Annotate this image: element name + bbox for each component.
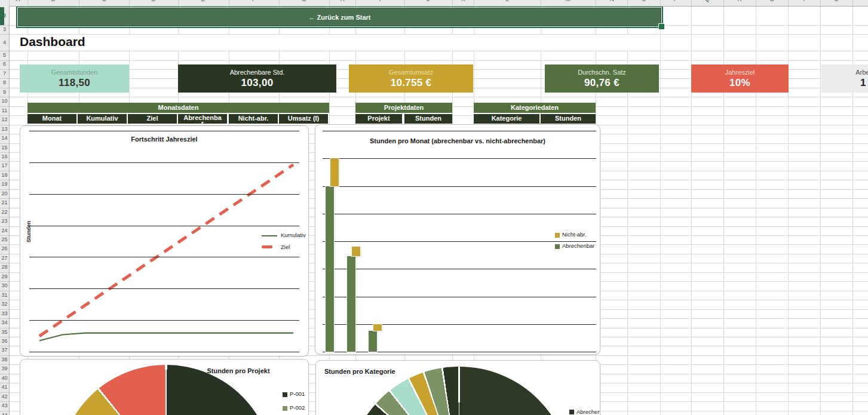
row-header-separator <box>0 374 9 374</box>
row-header-22[interactable]: 22 <box>0 208 9 217</box>
row-header-35[interactable]: 35 <box>0 328 9 337</box>
legend-label-abrechenbar: Abrechenbar <box>562 242 594 249</box>
column-header-D[interactable]: D <box>151 0 155 2</box>
back-to-start-button[interactable]: ← Zurück zum Start <box>18 8 661 26</box>
row-header-4[interactable]: 4 <box>0 34 9 51</box>
column-header-separator <box>9 0 10 6</box>
column-header-K[interactable]: K <box>461 0 465 2</box>
kpi-card-5[interactable]: Arbei1 <box>821 64 868 93</box>
page-title: Dashboard <box>20 35 85 49</box>
row-header-9[interactable]: 9 <box>0 88 9 97</box>
row-header-44[interactable]: 44 <box>0 411 9 415</box>
row-header-27[interactable]: 27 <box>0 254 9 263</box>
row-header-14[interactable]: 14 <box>0 134 9 143</box>
row-header-38[interactable]: 38 <box>0 355 9 364</box>
column-header-T[interactable]: T <box>802 0 806 2</box>
column-header-separator <box>178 0 179 6</box>
row-header-10[interactable]: 10 <box>0 97 9 106</box>
column-header-U[interactable]: U <box>834 0 838 2</box>
column-header-I[interactable]: I <box>379 0 381 2</box>
row-header-28[interactable]: 28 <box>0 263 9 272</box>
row-header-32[interactable]: 32 <box>0 300 9 309</box>
column-header-E[interactable]: E <box>201 0 206 2</box>
row-header-separator <box>0 254 9 254</box>
selection-handle[interactable] <box>658 23 665 30</box>
row-header-18[interactable]: 18 <box>0 171 9 180</box>
row-header-42[interactable]: 42 <box>0 392 9 401</box>
column-header-S[interactable]: S <box>770 0 774 2</box>
chart-stunden-pro-monat[interactable]: Stunden pro Monat (abrechenbar vs. nicht… <box>315 124 600 355</box>
kpi-card-3[interactable]: Durchschn. Satz90,76 € <box>545 64 659 93</box>
row-header-separator <box>0 198 9 199</box>
row-header-34[interactable]: 34 <box>0 318 9 327</box>
row-header-5[interactable]: 5 <box>0 51 9 60</box>
chart-gridline <box>323 186 596 187</box>
column-header-R[interactable]: R <box>737 0 741 2</box>
row-header-41[interactable]: 41 <box>0 383 9 392</box>
row-header-12[interactable]: 12 <box>0 115 9 124</box>
row-header-17[interactable]: 17 <box>0 161 9 170</box>
row-header-23[interactable]: 23 <box>0 217 9 226</box>
row-header-25[interactable]: 25 <box>0 235 9 244</box>
row-header-3[interactable]: 3 <box>0 25 9 34</box>
row-header-39[interactable]: 39 <box>0 364 9 373</box>
column-header-P[interactable]: P <box>674 0 678 2</box>
row-header-36[interactable]: 36 <box>0 337 9 346</box>
row-header-6[interactable]: 6 <box>0 60 9 69</box>
row-header-8[interactable]: 8 <box>0 78 9 87</box>
column-header-separator <box>691 0 692 6</box>
column-header-O[interactable]: O <box>642 0 646 2</box>
chart-gridline <box>29 226 299 226</box>
column-header-G[interactable]: G <box>302 0 306 2</box>
row-header-26[interactable]: 26 <box>0 244 9 253</box>
chart-title: Stunden pro Projekt <box>182 367 295 374</box>
row-header-31[interactable]: 31 <box>0 291 9 300</box>
row-headers[interactable]: 2345678910111213141516171819202122232425… <box>0 6 10 415</box>
column-header-N[interactable]: N <box>609 0 614 2</box>
row-header-13[interactable]: 13 <box>0 125 9 134</box>
row-header-19[interactable]: 19 <box>0 180 9 189</box>
column-header-C[interactable]: C <box>102 0 106 2</box>
row-header-40[interactable]: 40 <box>0 374 9 383</box>
chart-stunden-pro-kategorie[interactable]: Stunden pro Kategorie Abrechen <box>315 360 600 415</box>
kpi-card-0[interactable]: Gesamtstunden118,50 <box>20 64 129 93</box>
kpi-card-2[interactable]: Gesamtumsatz10.755 € <box>349 64 473 93</box>
kpi-card-4[interactable]: Jahresziel10% <box>691 64 789 93</box>
row-header-11[interactable]: 11 <box>0 106 9 115</box>
column-header-M[interactable]: M <box>566 0 571 2</box>
row-header-16[interactable]: 16 <box>0 152 9 161</box>
row-header-37[interactable]: 37 <box>0 346 9 355</box>
row-header-29[interactable]: 29 <box>0 272 9 281</box>
row-header-separator <box>0 401 9 402</box>
chart-fortschritt-jahresziel[interactable]: Fortschritt Jahresziel Stunden Kumulativ… <box>20 125 309 356</box>
column-header-B[interactable]: B <box>51 0 56 2</box>
row-header-24[interactable]: 24 <box>0 226 9 235</box>
row-header-20[interactable]: 20 <box>0 189 9 198</box>
column-header-J[interactable]: J <box>427 0 430 2</box>
kpi-card-1[interactable]: Abrechenbare Std.103,00 <box>178 64 336 93</box>
column-header-L[interactable]: L <box>505 0 509 2</box>
row-header-separator <box>0 346 9 346</box>
grid-line-horizontal <box>0 60 868 61</box>
row-header-15[interactable]: 15 <box>0 143 9 152</box>
grid-line-horizontal <box>0 97 868 97</box>
row-header-separator <box>0 281 9 282</box>
chart-gridline <box>29 320 299 321</box>
table-band-2: Kategoriedaten <box>474 103 596 113</box>
row-header-33[interactable]: 33 <box>0 309 9 318</box>
column-header-H[interactable]: H <box>340 0 344 2</box>
column-header-Q[interactable]: Q <box>705 0 710 2</box>
kpi-value: 90,76 € <box>584 77 619 89</box>
chart-stunden-pro-projekt[interactable]: Stunden pro Projekt P-001 P-002 <box>20 359 309 415</box>
column-header-F[interactable]: F <box>252 0 256 2</box>
row-header-separator <box>0 364 9 365</box>
column-header-cell: Ziel <box>128 114 177 124</box>
row-header-7[interactable]: 7 <box>0 69 9 78</box>
column-header-separator <box>596 0 596 6</box>
chart-gridline <box>29 288 299 289</box>
column-headers[interactable]: ABCDEFGHIJKLMNOPQRSTU <box>0 0 868 7</box>
row-header-21[interactable]: 21 <box>0 198 9 207</box>
row-header-30[interactable]: 30 <box>0 281 9 290</box>
row-header-43[interactable]: 43 <box>0 401 9 410</box>
column-header-A[interactable]: A <box>16 0 20 2</box>
